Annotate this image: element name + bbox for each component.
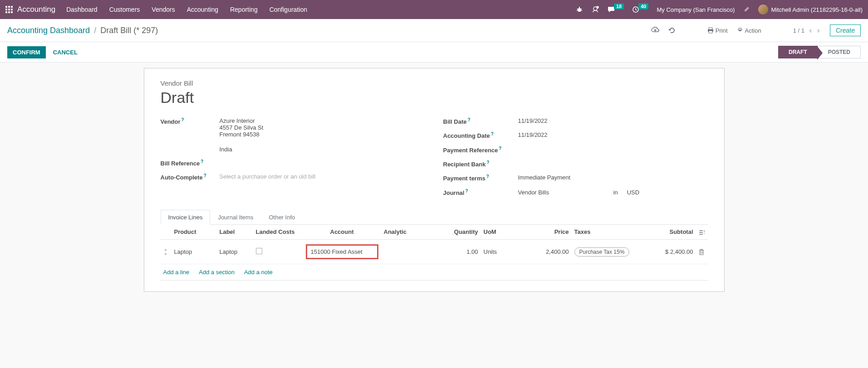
breadcrumb-root[interactable]: Accounting Dashboard xyxy=(7,26,90,35)
svg-rect-4 xyxy=(8,9,10,10)
svg-rect-0 xyxy=(5,6,7,8)
help-icon[interactable]: ? xyxy=(486,174,489,179)
add-section-link[interactable]: Add a section xyxy=(199,269,235,276)
menu-customers[interactable]: Customers xyxy=(109,6,140,13)
svg-point-9 xyxy=(578,8,581,12)
delete-row-icon[interactable] xyxy=(696,239,708,264)
bug-icon[interactable] xyxy=(576,6,583,13)
cancel-button[interactable]: CANCEL xyxy=(48,46,83,58)
help-icon[interactable]: ? xyxy=(201,159,203,164)
th-quantity[interactable]: Quantity xyxy=(440,225,481,239)
menu-vendors[interactable]: Vendors xyxy=(152,6,175,13)
th-account[interactable]: Account xyxy=(303,225,381,239)
th-analytic[interactable]: Analytic xyxy=(381,225,440,239)
svg-rect-3 xyxy=(5,9,7,10)
apps-icon[interactable] xyxy=(5,6,13,14)
doc-status: Draft xyxy=(161,89,708,107)
tab-journal-items[interactable]: Journal Items xyxy=(210,210,261,224)
th-landed-costs[interactable]: Landed Costs xyxy=(253,225,303,239)
tools-icon[interactable] xyxy=(743,6,750,13)
tab-other-info[interactable]: Other Info xyxy=(261,210,303,224)
action-button[interactable]: Action xyxy=(737,27,761,34)
th-subtotal[interactable]: Subtotal xyxy=(644,225,696,239)
form-col-left: Vendor? Azure Interior 4557 De Silva St … xyxy=(161,117,425,203)
landed-costs-checkbox[interactable] xyxy=(256,248,262,254)
bill-ref-value[interactable] xyxy=(220,159,425,167)
recipient-bank-label: Recipient Bank xyxy=(443,161,486,168)
menu-dashboard[interactable]: Dashboard xyxy=(66,6,98,13)
control-bar: Accounting Dashboard / Draft Bill (* 297… xyxy=(0,19,868,42)
cell-taxes[interactable]: Purchase Tax 15% xyxy=(572,239,644,264)
menu-reporting[interactable]: Reporting xyxy=(230,6,258,13)
acc-date-value[interactable]: 11/19/2022 xyxy=(518,131,708,139)
breadcrumb-sep: / xyxy=(94,26,96,35)
drag-handle-icon[interactable] xyxy=(161,239,172,264)
help-icon[interactable]: ? xyxy=(499,146,501,151)
create-button[interactable]: Create xyxy=(830,24,861,36)
user-menu[interactable]: Mitchell Admin (21182295-16-0-all) xyxy=(758,5,863,15)
cell-quantity[interactable]: 1.00 xyxy=(440,239,481,264)
th-label[interactable]: Label xyxy=(217,225,253,239)
svg-rect-20 xyxy=(709,31,712,33)
add-note-link[interactable]: Add a note xyxy=(244,269,273,276)
th-options-icon[interactable] xyxy=(696,225,708,239)
discard-icon[interactable] xyxy=(668,27,676,34)
messages-icon[interactable]: 18 xyxy=(608,6,624,13)
status-indicator: DRAFT POSTED xyxy=(778,46,861,58)
tab-invoice-lines[interactable]: Invoice Lines xyxy=(161,210,211,225)
svg-rect-5 xyxy=(11,9,13,10)
vendor-value[interactable]: Azure Interior 4557 De Silva St Fremont … xyxy=(220,117,425,153)
cloud-upload-icon[interactable] xyxy=(651,26,659,34)
svg-rect-8 xyxy=(11,11,13,13)
controls: Print Action 1 / 1 Create xyxy=(651,24,861,36)
menu-accounting[interactable]: Accounting xyxy=(187,6,218,13)
help-icon[interactable]: ? xyxy=(204,173,206,178)
help-icon[interactable]: ? xyxy=(468,117,471,122)
svg-rect-25 xyxy=(700,250,703,255)
th-product[interactable]: Product xyxy=(172,225,217,239)
top-nav: Accounting Dashboard Customers Vendors A… xyxy=(0,0,868,19)
cell-account[interactable]: 151000 Fixed Asset xyxy=(303,239,381,264)
payment-terms-value[interactable]: Immediate Payment xyxy=(518,174,708,182)
journal-currency[interactable]: USD xyxy=(627,189,639,196)
cell-landed-costs[interactable] xyxy=(253,239,303,264)
help-icon[interactable]: ? xyxy=(486,160,489,165)
form-sheet: Vendor Bill Draft Vendor? Azure Interior… xyxy=(144,68,725,292)
bill-date-label: Bill Date xyxy=(443,118,467,125)
form-col-right: Bill Date? 11/19/2022 Accounting Date? 1… xyxy=(443,117,708,203)
doc-type: Vendor Bill xyxy=(161,79,708,87)
status-posted[interactable]: POSTED xyxy=(818,46,861,58)
cell-product[interactable]: Laptop xyxy=(172,239,217,264)
help-icon[interactable]: ? xyxy=(465,189,468,194)
cell-uom[interactable]: Units xyxy=(481,239,513,264)
table-row[interactable]: Laptop Laptop 151000 Fixed Asset 1.00 Un… xyxy=(161,239,708,264)
svg-line-12 xyxy=(581,9,582,10)
cell-price[interactable]: 2,400.00 xyxy=(513,239,572,264)
tabs: Invoice Lines Journal Items Other Info xyxy=(161,210,708,225)
bill-date-value[interactable]: 11/19/2022 xyxy=(518,117,708,125)
menu-configuration[interactable]: Configuration xyxy=(270,6,307,13)
recipient-bank-value[interactable] xyxy=(518,160,708,168)
pager-next-icon[interactable] xyxy=(816,27,821,34)
journal-value[interactable]: Vendor Bills xyxy=(518,189,604,196)
help-icon[interactable]: ? xyxy=(181,117,184,122)
pager-prev-icon[interactable] xyxy=(808,27,813,34)
add-line-link[interactable]: Add a line xyxy=(163,269,190,276)
th-taxes[interactable]: Taxes xyxy=(572,225,644,239)
auto-complete-value[interactable]: Select a purchase order or an old bill xyxy=(220,173,425,181)
company-selector[interactable]: My Company (San Francisco) xyxy=(657,6,735,13)
cell-analytic[interactable] xyxy=(381,239,440,264)
svg-point-16 xyxy=(597,6,598,8)
print-button[interactable]: Print xyxy=(707,27,728,34)
support-icon[interactable] xyxy=(591,5,599,14)
svg-rect-6 xyxy=(5,11,7,13)
status-draft[interactable]: DRAFT xyxy=(778,46,818,58)
app-brand[interactable]: Accounting xyxy=(17,5,55,14)
th-price[interactable]: Price xyxy=(513,225,572,239)
cell-label[interactable]: Laptop xyxy=(217,239,253,264)
help-icon[interactable]: ? xyxy=(491,131,494,136)
th-uom[interactable]: UoM xyxy=(481,225,513,239)
activity-icon[interactable]: 40 xyxy=(632,6,648,13)
confirm-button[interactable]: CONFIRM xyxy=(7,46,46,58)
pay-ref-value[interactable] xyxy=(518,146,708,154)
